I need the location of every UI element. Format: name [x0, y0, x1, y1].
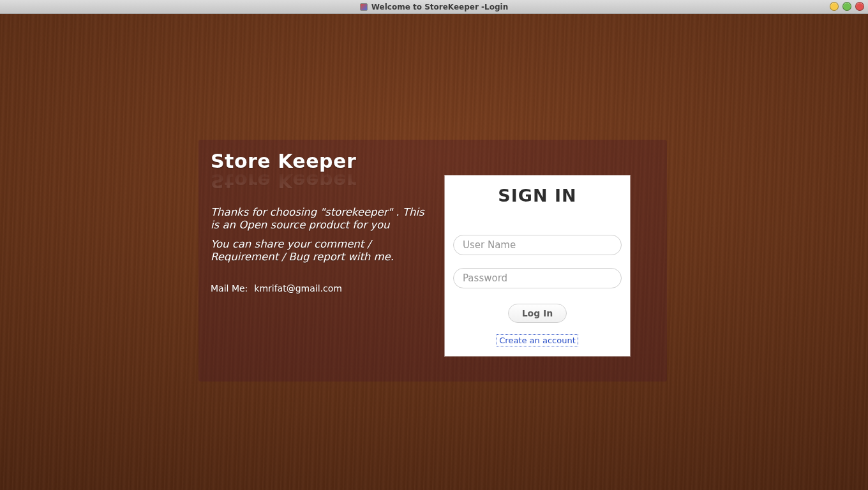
- mail-label: Mail Me:: [211, 283, 248, 293]
- username-input[interactable]: [453, 235, 622, 255]
- info-panel: Store Keeper Store Keeper Thanks for cho…: [211, 150, 428, 293]
- app-title: Store Keeper: [211, 150, 428, 172]
- signin-card: SIGN IN Log In Create an account: [445, 175, 630, 356]
- window-titlebar: Welcome to StoreKeeper -Login: [0, 0, 868, 14]
- window-title: Welcome to StoreKeeper -Login: [371, 3, 508, 11]
- signin-heading: SIGN IN: [453, 186, 622, 205]
- app-title-reflection: Store Keeper: [211, 170, 428, 192]
- window-minimize-button[interactable]: [830, 2, 839, 11]
- window-close-button[interactable]: [855, 2, 864, 11]
- login-button[interactable]: Log In: [508, 304, 567, 323]
- create-account-link[interactable]: Create an account: [497, 334, 578, 346]
- page-background: Store Keeper Store Keeper Thanks for cho…: [0, 14, 868, 490]
- mail-address: kmrifat@gmail.com: [254, 283, 342, 293]
- app-window-icon: [360, 3, 368, 11]
- intro-text-2: You can share your comment / Requirement…: [211, 238, 428, 264]
- intro-text-1: Thanks for choosing "storekeeper" . This…: [211, 206, 428, 232]
- password-input[interactable]: [453, 268, 622, 288]
- window-maximize-button[interactable]: [842, 2, 851, 11]
